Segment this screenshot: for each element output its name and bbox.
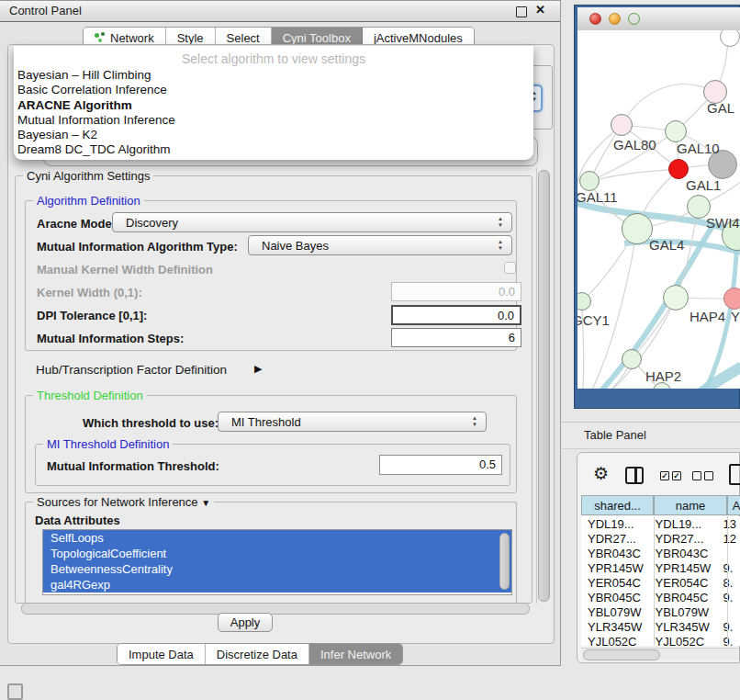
network-node[interactable] — [611, 114, 633, 136]
algorithm-definition-title: Algorithm Definition — [33, 194, 144, 208]
spinner-icon: ▲▼ — [496, 239, 505, 252]
network-canvas[interactable]: GAL GAL80 GAL10 GAL1 GAL11 SWI4 GAL4 GCY… — [577, 30, 740, 389]
select-all-checkbox-icon[interactable]: ✓ — [672, 471, 681, 480]
table-row[interactable]: YBR045CYBR045C9. — [581, 590, 740, 604]
attribute-item[interactable]: SelfLoops — [43, 530, 511, 546]
column-layout-icon[interactable] — [625, 467, 644, 484]
dropdown-item-selected[interactable]: ARACNE Algorithm — [17, 98, 530, 113]
float-window-icon[interactable] — [516, 6, 527, 17]
table-panel-window: ⚙ ✓ ✓ shared... name A YDL19...YDL19...1… — [577, 452, 740, 663]
column-header-name[interactable]: name — [654, 495, 727, 515]
select-all-checkbox-icon[interactable]: ✓ — [660, 471, 669, 480]
cyni-algorithm-settings-group: Cyni Algorithm Settings Algorithm Defini… — [15, 175, 533, 604]
table-panel-bar: Table Panel — [562, 422, 740, 449]
aracne-mode-combo[interactable]: Discovery ▲▼ — [112, 212, 512, 232]
apply-button[interactable]: Apply — [218, 613, 273, 632]
algorithm-dropdown-popup: Select algorithm to view settings Bayesi… — [14, 46, 533, 160]
settings-scrollbar-track[interactable] — [536, 168, 550, 604]
dropdown-item[interactable]: Basic Correlation Inference — [17, 83, 530, 97]
node-label: SWI4 — [706, 215, 740, 231]
network-window-titlebar — [577, 7, 740, 31]
mi-algorithm-type-combo[interactable]: Naive Bayes ▲▼ — [248, 235, 512, 255]
network-node[interactable] — [622, 213, 653, 244]
attributes-scrollbar[interactable] — [499, 533, 510, 590]
control-panel-titlebar: Control Panel ✕ — [0, 1, 560, 22]
which-threshold-label: Which threshold to use: — [83, 416, 219, 430]
spinner-icon: ▲▼ — [470, 415, 479, 428]
table-row[interactable]: YDL19...YDL19...13 — [581, 516, 740, 531]
manual-kernel-checkbox[interactable] — [504, 262, 516, 274]
deselect-checkbox-icon[interactable] — [692, 471, 701, 480]
table-body[interactable]: YDL19...YDL19...13 YDR27...YDR27...12 YB… — [581, 516, 740, 646]
column-header-partial[interactable]: A — [727, 495, 740, 515]
table-row[interactable]: YLR345WYLR345W9. — [581, 619, 740, 634]
table-row[interactable]: YBL079WYBL079W — [581, 604, 740, 619]
algorithm-definition-group: Algorithm Definition Aracne Mode: Discov… — [25, 200, 517, 351]
screen: Control Panel ✕ Network Style Select Cyn… — [0, 0, 740, 700]
settings-gear-icon[interactable]: ⚙ — [593, 463, 609, 484]
expand-right-icon[interactable]: ▶ — [254, 363, 262, 375]
mi-threshold-group: MI Threshold Definition Mutual Informati… — [35, 444, 510, 486]
network-view-window: GAL GAL80 GAL10 GAL1 GAL11 SWI4 GAL4 GCY… — [574, 5, 740, 409]
node-label: GAL — [707, 100, 734, 116]
threshold-definition-title: Threshold Definition — [33, 389, 147, 402]
network-node[interactable] — [723, 288, 740, 310]
node-label: HAP2 — [645, 368, 681, 384]
sources-group-title: Sources for Network Inference ▼ — [33, 495, 214, 509]
tab-impute-data[interactable]: Impute Data — [118, 644, 206, 664]
collapse-down-icon[interactable]: ▼ — [201, 498, 210, 508]
aracne-mode-label: Aracne Mode: — [37, 217, 116, 231]
bottom-tabs: Impute Data Discretize Data Infer Networ… — [117, 643, 403, 665]
minimize-traffic-icon[interactable] — [609, 13, 621, 25]
dropdown-item[interactable]: Bayesian – Hill Climbing — [17, 68, 530, 83]
node-label: GAL4 — [649, 237, 684, 253]
data-attributes-list[interactable]: SelfLoops TopologicalCoefficient Between… — [42, 529, 512, 595]
node-label: GAL10 — [677, 141, 720, 156]
which-threshold-combo[interactable]: MI Threshold ▲▼ — [218, 412, 487, 432]
deselect-checkbox-icon[interactable] — [704, 471, 713, 480]
table-row[interactable]: YDR27...YDR27...12 — [581, 531, 740, 546]
mi-threshold-group-title: MI Threshold Definition — [43, 437, 173, 451]
mi-steps-field[interactable]: 6 — [391, 328, 521, 347]
table-row[interactable]: YBR043CYBR043C — [581, 546, 740, 560]
network-node[interactable] — [579, 171, 600, 191]
minimized-panel-icon[interactable] — [7, 683, 23, 700]
network-node[interactable] — [663, 285, 689, 310]
dropdown-item[interactable]: Mutual Information Inference — [17, 113, 530, 128]
network-node[interactable] — [622, 349, 642, 369]
table-panel-title: Table Panel — [584, 428, 646, 442]
settings-horizontal-scrollbar[interactable] — [21, 603, 530, 615]
table-hscrollbar-track[interactable] — [581, 648, 739, 660]
network-node[interactable] — [668, 159, 689, 179]
attribute-item[interactable]: gal4RGexp — [43, 577, 511, 593]
node-label: HAP4 — [690, 309, 725, 324]
document-icon[interactable] — [729, 464, 740, 485]
control-panel-window: Control Panel ✕ Network Style Select Cyn… — [0, 0, 561, 666]
dpi-tolerance-label: DPI Tolerance [0,1]: — [37, 309, 147, 322]
tab-discretize-data[interactable]: Discretize Data — [206, 644, 309, 664]
mi-threshold-field[interactable]: 0.5 — [379, 455, 502, 475]
dpi-tolerance-field[interactable]: 0.0 — [391, 305, 521, 325]
node-label: Y — [731, 309, 740, 324]
table-hscrollbar-thumb[interactable] — [583, 649, 660, 660]
spinner-icon: ▲▼ — [496, 216, 505, 229]
node-label: GAL1 — [686, 177, 721, 193]
table-row[interactable]: YPR145WYPR145W9. — [581, 560, 740, 575]
sources-group: Sources for Network Inference ▼ Data Att… — [25, 502, 517, 604]
kernel-width-field[interactable]: 0.0 — [391, 282, 521, 301]
attribute-item[interactable]: BetweennessCentrality — [43, 561, 511, 577]
dropdown-item[interactable]: Bayesian – K2 — [17, 128, 530, 142]
close-traffic-icon[interactable] — [589, 13, 601, 25]
attribute-item[interactable]: TopologicalCoefficient — [43, 546, 511, 561]
node-label: GAL11 — [577, 189, 618, 205]
dropdown-item[interactable]: Dream8 DC_TDC Algorithm — [17, 142, 530, 157]
mi-threshold-label: Mutual Information Threshold: — [47, 459, 219, 473]
column-header-shared-name[interactable]: shared... — [581, 495, 654, 515]
close-icon[interactable]: ✕ — [535, 3, 545, 17]
table-row[interactable]: YJL052CYJL052C9. — [581, 634, 740, 646]
network-node[interactable] — [665, 120, 687, 142]
table-row[interactable]: YER054CYER054C8. — [581, 575, 740, 590]
zoom-traffic-icon[interactable] — [628, 13, 640, 25]
tab-infer-network[interactable]: Infer Network — [309, 644, 402, 664]
settings-scrollbar-thumb[interactable] — [538, 170, 550, 602]
